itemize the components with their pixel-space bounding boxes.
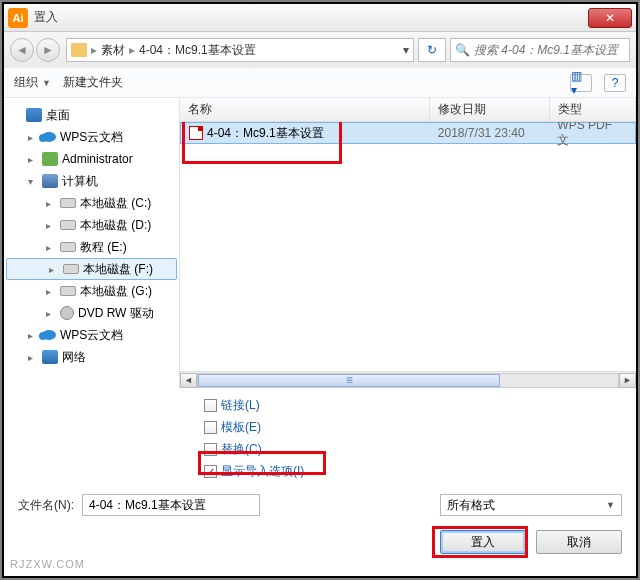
tree-label: DVD RW 驱动 [78,305,154,322]
show-import-label[interactable]: 显示导入选项(I) [221,463,304,480]
filename-input[interactable] [82,494,260,516]
nav-arrows: ◄ ► [10,38,62,62]
tree-disk-g[interactable]: ▸本地磁盘 (G:) [4,280,179,302]
column-type[interactable]: 类型 [550,98,636,121]
file-row[interactable]: 4-04：Mc9.1基本设置 2018/7/31 23:40 WPS PDF 文 [180,122,636,144]
filetype-filter[interactable]: 所有格式 ▼ [440,494,622,516]
path-bar: ◄ ► ▸ 素材 ▸ 4-04：Mc9.1基本设置 ▾ ↻ 🔍 [4,32,636,68]
filter-value: 所有格式 [447,497,495,514]
search-box[interactable]: 🔍 [450,38,630,62]
disk-icon [60,286,76,296]
close-icon: ✕ [605,11,615,25]
file-type: WPS PDF 文 [549,122,635,149]
option-replace-row: 替换(C) [204,438,636,460]
scroll-right-button[interactable]: ► [619,373,636,388]
tree-desktop[interactable]: 桌面 [4,104,179,126]
scroll-left-button[interactable]: ◄ [180,373,197,388]
link-label[interactable]: 链接(L) [221,397,260,414]
option-show-import-row: 显示导入选项(I) [204,460,636,482]
file-pane: 名称 修改日期 类型 4-04：Mc9.1基本设置 2018/7/31 23:4… [180,98,636,388]
show-import-checkbox[interactable] [204,465,217,478]
folder-icon [71,43,87,57]
breadcrumb-part1[interactable]: 素材 [101,42,125,59]
tree-label: WPS云文档 [60,327,123,344]
option-template-row: 模板(E) [204,416,636,438]
horizontal-scrollbar[interactable]: ◄ ► [180,371,636,388]
breadcrumb-part2[interactable]: 4-04：Mc9.1基本设置 [139,42,256,59]
folder-tree[interactable]: 桌面 ▸WPS云文档 ▸Administrator ▾计算机 ▸本地磁盘 (C:… [4,98,180,388]
file-list[interactable]: 4-04：Mc9.1基本设置 2018/7/31 23:40 WPS PDF 文 [180,122,636,371]
toolbar: 组织 ▼ 新建文件夹 ▥ ▾ ? [4,68,636,98]
column-name[interactable]: 名称 [180,98,430,121]
replace-label[interactable]: 替换(C) [221,441,262,458]
tree-label: 本地磁盘 (F:) [83,261,153,278]
scrollbar-thumb[interactable] [198,374,500,387]
import-options: 链接(L) 模板(E) 替换(C) 显示导入选项(I) [4,388,636,488]
chevron-right-icon: ▸ [129,43,135,57]
new-folder-button[interactable]: 新建文件夹 [63,74,123,91]
tree-disk-e[interactable]: ▸教程 (E:) [4,236,179,258]
tree-admin[interactable]: ▸Administrator [4,148,179,170]
back-button[interactable]: ◄ [10,38,34,62]
desktop-icon [26,108,42,122]
breadcrumb-dropdown[interactable]: ▾ [403,43,409,57]
close-button[interactable]: ✕ [588,8,632,28]
tree-label: 本地磁盘 (C:) [80,195,151,212]
tree-label: 本地磁盘 (G:) [80,283,152,300]
tree-computer[interactable]: ▾计算机 [4,170,179,192]
disk-icon [60,220,76,230]
window-title: 置入 [34,9,588,26]
app-icon: Ai [8,8,28,28]
template-label[interactable]: 模板(E) [221,419,261,436]
filename-label: 文件名(N): [18,497,74,514]
file-modified: 2018/7/31 23:40 [430,126,549,140]
network-icon [42,350,58,364]
disk-icon [63,264,79,274]
user-icon [42,152,58,166]
cloud-icon [42,330,56,340]
search-input[interactable] [474,43,625,57]
chevron-right-icon: ▸ [91,43,97,57]
tree-network[interactable]: ▸网络 [4,346,179,368]
organize-menu[interactable]: 组织 ▼ [14,74,51,91]
chevron-down-icon: ▼ [606,500,615,510]
tree-label: 本地磁盘 (D:) [80,217,151,234]
dialog-buttons: 置入 取消 [4,522,636,566]
help-button[interactable]: ? [604,74,626,92]
refresh-button[interactable]: ↻ [418,38,446,62]
disk-icon [60,198,76,208]
titlebar: Ai 置入 ✕ [4,4,636,32]
tree-wps2[interactable]: ▸WPS云文档 [4,324,179,346]
link-checkbox[interactable] [204,399,217,412]
template-checkbox[interactable] [204,421,217,434]
filename-row: 文件名(N): 所有格式 ▼ [4,488,636,522]
disk-icon [60,242,76,252]
tree-disk-d[interactable]: ▸本地磁盘 (D:) [4,214,179,236]
tree-wps[interactable]: ▸WPS云文档 [4,126,179,148]
pdf-icon [189,126,203,140]
tree-label: 桌面 [46,107,70,124]
forward-button[interactable]: ► [36,38,60,62]
column-headers: 名称 修改日期 类型 [180,98,636,122]
place-button[interactable]: 置入 [440,530,526,554]
view-options-button[interactable]: ▥ ▾ [570,74,592,92]
tree-disk-c[interactable]: ▸本地磁盘 (C:) [4,192,179,214]
scrollbar-track[interactable] [197,373,619,388]
tree-label: 计算机 [62,173,98,190]
chevron-down-icon: ▼ [42,78,51,88]
body-area: 桌面 ▸WPS云文档 ▸Administrator ▾计算机 ▸本地磁盘 (C:… [4,98,636,388]
tree-disk-f[interactable]: ▸本地磁盘 (F:) [6,258,177,280]
dvd-icon [60,306,74,320]
replace-checkbox[interactable] [204,443,217,456]
column-modified[interactable]: 修改日期 [430,98,550,121]
tree-dvd[interactable]: ▸DVD RW 驱动 [4,302,179,324]
file-name: 4-04：Mc9.1基本设置 [207,125,324,142]
cancel-button[interactable]: 取消 [536,530,622,554]
refresh-icon: ↻ [427,43,437,57]
watermark: RJZXW.COM [10,558,85,570]
breadcrumb-box[interactable]: ▸ 素材 ▸ 4-04：Mc9.1基本设置 ▾ [66,38,414,62]
tree-label: 网络 [62,349,86,366]
search-icon: 🔍 [455,43,470,57]
tree-label: 教程 (E:) [80,239,127,256]
option-link-row: 链接(L) [204,394,636,416]
